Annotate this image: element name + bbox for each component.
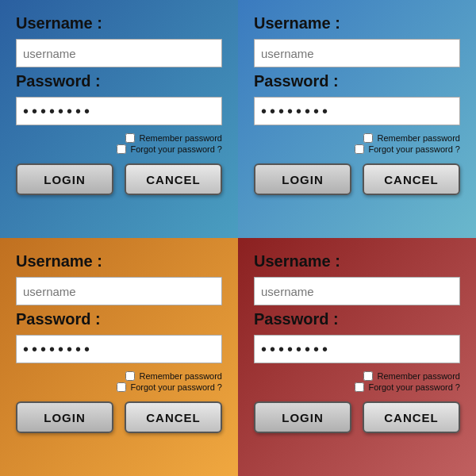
- checkboxes-4: Remember password Forgot your password ?: [254, 371, 460, 392]
- username-input-4[interactable]: [254, 277, 460, 305]
- forgot-checkbox-3[interactable]: [117, 382, 126, 392]
- checkboxes-2: Remember password Forgot your password ?: [254, 133, 460, 154]
- login-panel-1: Username : Password : Remember password …: [0, 0, 238, 238]
- remember-row-3[interactable]: Remember password: [125, 371, 222, 381]
- forgot-checkbox-4[interactable]: [355, 382, 364, 392]
- password-input-4[interactable]: [254, 335, 460, 363]
- remember-label-4: Remember password: [377, 371, 460, 381]
- password-input-2[interactable]: [254, 97, 460, 125]
- login-button-4[interactable]: LOGIN: [254, 401, 351, 433]
- username-input-1[interactable]: [16, 39, 222, 67]
- forgot-row-4[interactable]: Forgot your password ?: [355, 382, 460, 392]
- login-button-2[interactable]: LOGIN: [254, 163, 351, 195]
- username-label-2: Username :: [254, 14, 460, 33]
- remember-row-4[interactable]: Remember password: [363, 371, 460, 381]
- login-panel-4: Username : Password : Remember password …: [238, 238, 476, 476]
- password-input-3[interactable]: [16, 335, 222, 363]
- forgot-label-3: Forgot your password ?: [130, 382, 222, 392]
- remember-checkbox-4[interactable]: [363, 371, 373, 381]
- cancel-button-3[interactable]: CANCEL: [125, 401, 222, 433]
- cancel-button-2[interactable]: CANCEL: [363, 163, 460, 195]
- password-label-4: Password :: [254, 310, 460, 328]
- login-button-3[interactable]: LOGIN: [16, 401, 113, 433]
- forgot-row-2[interactable]: Forgot your password ?: [355, 144, 460, 154]
- username-label-1: Username :: [16, 14, 222, 33]
- password-label-2: Password :: [254, 72, 460, 90]
- password-label-3: Password :: [16, 310, 222, 328]
- forgot-label-1: Forgot your password ?: [130, 144, 222, 154]
- username-input-2[interactable]: [254, 39, 460, 67]
- remember-checkbox-1[interactable]: [125, 133, 135, 143]
- login-button-1[interactable]: LOGIN: [16, 163, 113, 195]
- remember-checkbox-2[interactable]: [363, 133, 373, 143]
- forgot-label-2: Forgot your password ?: [368, 144, 460, 154]
- forgot-checkbox-1[interactable]: [117, 144, 126, 154]
- remember-row-1[interactable]: Remember password: [125, 133, 222, 143]
- checkboxes-1: Remember password Forgot your password ?: [16, 133, 222, 154]
- remember-label-1: Remember password: [139, 133, 222, 143]
- username-label-4: Username :: [254, 252, 460, 271]
- forgot-row-1[interactable]: Forgot your password ?: [117, 144, 222, 154]
- forgot-checkbox-2[interactable]: [355, 144, 364, 154]
- cancel-button-4[interactable]: CANCEL: [363, 401, 460, 433]
- buttons-4: LOGIN CANCEL: [254, 401, 460, 433]
- remember-label-3: Remember password: [139, 371, 222, 381]
- remember-label-2: Remember password: [377, 133, 460, 143]
- login-panel-3: Username : Password : Remember password …: [0, 238, 238, 476]
- login-panel-2: Username : Password : Remember password …: [238, 0, 476, 238]
- forgot-row-3[interactable]: Forgot your password ?: [117, 382, 222, 392]
- username-label-3: Username :: [16, 252, 222, 271]
- remember-checkbox-3[interactable]: [125, 371, 135, 381]
- buttons-3: LOGIN CANCEL: [16, 401, 222, 433]
- forgot-label-4: Forgot your password ?: [368, 382, 460, 392]
- cancel-button-1[interactable]: CANCEL: [125, 163, 222, 195]
- password-label-1: Password :: [16, 72, 222, 90]
- checkboxes-3: Remember password Forgot your password ?: [16, 371, 222, 392]
- buttons-2: LOGIN CANCEL: [254, 163, 460, 195]
- remember-row-2[interactable]: Remember password: [363, 133, 460, 143]
- username-input-3[interactable]: [16, 277, 222, 305]
- password-input-1[interactable]: [16, 97, 222, 125]
- buttons-1: LOGIN CANCEL: [16, 163, 222, 195]
